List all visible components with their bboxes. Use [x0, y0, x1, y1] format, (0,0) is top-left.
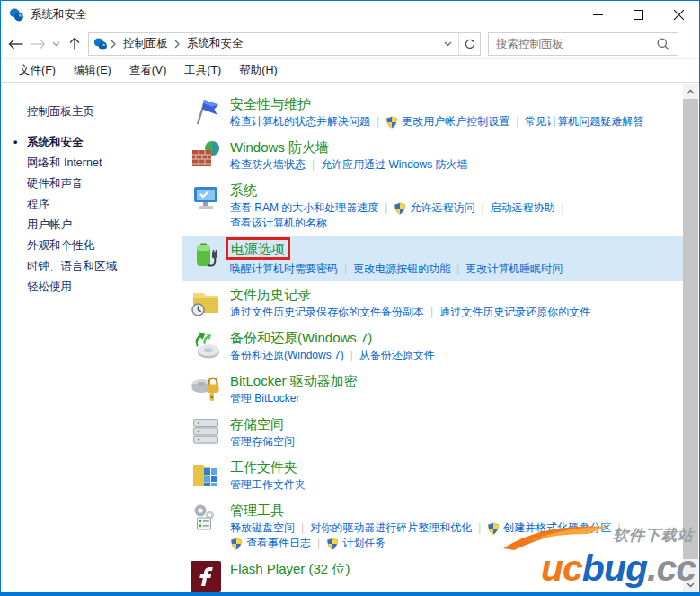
search-icon[interactable] — [656, 37, 670, 51]
task-link-label: 管理存储空间 — [230, 434, 295, 449]
menu-item-0[interactable]: 文件(F) — [10, 63, 65, 78]
back-button[interactable] — [4, 32, 27, 56]
sidebar-item-网络和 Internet[interactable]: 网络和 Internet — [27, 153, 182, 173]
breadcrumb-item[interactable]: 系统和安全 — [183, 36, 247, 51]
task-link[interactable]: 查看事件日志 — [230, 536, 311, 551]
link-separator: | — [377, 114, 379, 129]
task-link-label: 对你的驱动器进行碎片整理和优化 — [310, 520, 472, 536]
category-links: 查看 RAM 的大小和处理器速度|允许远程访问|启动远程协助|查看该计算机的名称 — [230, 200, 679, 231]
task-link[interactable]: 通过文件历史记录保存你的文件备份副本 — [230, 305, 424, 320]
task-link[interactable]: 常见计算机问题疑难解答 — [525, 114, 643, 129]
category-title-link[interactable]: 工作文件夹 — [230, 458, 297, 476]
task-link[interactable]: 启动远程协助 — [491, 200, 555, 216]
task-link-label: 检查计算机的状态并解决问题 — [230, 114, 370, 129]
task-link[interactable]: 管理存储空间 — [230, 434, 295, 449]
scroll-up-icon[interactable] — [683, 84, 698, 99]
menu-item-1[interactable]: 编辑(E) — [65, 63, 120, 78]
task-link[interactable]: 创建并格式化硬盘分区 — [487, 520, 611, 536]
menu-item-3[interactable]: 工具(T) — [175, 63, 230, 78]
search-box[interactable] — [488, 32, 678, 56]
menu-item-4[interactable]: 帮助(H) — [230, 63, 286, 78]
category-links: 管理存储空间 — [230, 434, 679, 449]
link-separator: | — [430, 305, 433, 320]
chevron-right-icon — [110, 40, 118, 49]
task-link-label: 常见计算机问题疑难解答 — [525, 114, 643, 129]
bitlocker-icon — [191, 373, 221, 404]
category-title-link[interactable]: 存储空间 — [230, 415, 284, 432]
task-link[interactable]: 允许远程访问 — [394, 200, 474, 216]
task-link[interactable]: 查看 RAM 的大小和处理器速度 — [230, 200, 378, 216]
breadcrumb-item[interactable]: 控制面板 — [120, 36, 172, 51]
task-link[interactable]: 备份和还原(Windows 7) — [230, 348, 344, 363]
sidebar-item-时钟、语言和区域[interactable]: 时钟、语言和区域 — [27, 256, 182, 277]
sidebar-item-active-系统和安全[interactable]: 系统和安全 — [27, 132, 182, 153]
scroll-down-icon[interactable] — [683, 577, 698, 592]
task-link[interactable]: 更改计算机睡眠时间 — [465, 262, 563, 277]
storage-spaces-icon — [191, 416, 221, 447]
forward-button[interactable] — [27, 32, 49, 56]
link-separator: | — [456, 262, 459, 277]
category-title-link[interactable]: Flash Player (32 位) — [230, 560, 350, 577]
sidebar-item-硬件和声音[interactable]: 硬件和声音 — [27, 173, 182, 194]
task-link[interactable]: 管理 BitLocker — [230, 391, 299, 406]
maximize-button[interactable] — [618, 1, 659, 29]
sidebar-item-轻松使用[interactable]: 轻松使用 — [27, 277, 182, 298]
link-separator: | — [478, 520, 481, 536]
task-link[interactable]: 允许应用通过 Windows 防火墙 — [321, 157, 467, 173]
task-link-label: 通过文件历史记录保存你的文件备份副本 — [230, 305, 424, 320]
vertical-scrollbar[interactable] — [683, 84, 698, 592]
category-links: 检查防火墙状态|允许应用通过 Windows 防火墙 — [230, 157, 679, 173]
main-pane: 安全性与维护 检查计算机的状态并解决问题|更改用户帐户控制设置|常见计算机问题疑… — [182, 84, 683, 592]
address-bar[interactable]: 控制面板系统和安全 — [88, 32, 481, 56]
task-link[interactable]: 更改用户帐户控制设置 — [385, 114, 509, 129]
task-link[interactable]: 唤醒计算机时需要密码 — [230, 262, 338, 277]
category-title-link[interactable]: BitLocker 驱动器加密 — [230, 372, 358, 389]
address-dropdown-chevron-icon[interactable] — [438, 33, 458, 55]
close-button[interactable] — [659, 1, 699, 29]
sidebar: 控制面板主页系统和安全网络和 Internet硬件和声音程序用户帐户外观和个性化… — [2, 84, 182, 592]
task-link[interactable]: 对你的驱动器进行碎片整理和优化 — [310, 520, 472, 536]
sidebar-item-控制面板主页[interactable]: 控制面板主页 — [27, 102, 182, 122]
task-link-label: 更改计算机睡眠时间 — [465, 262, 563, 277]
task-link-label: 创建并格式化硬盘分区 — [503, 520, 611, 536]
task-link[interactable]: 检查防火墙状态 — [230, 157, 306, 173]
flag-icon — [191, 96, 221, 127]
category-title-link[interactable]: 备份和还原(Windows 7) — [230, 329, 372, 346]
category-title-link[interactable]: 管理工具 — [230, 502, 284, 519]
category-title-link-annotated[interactable]: 电源选项 — [226, 237, 290, 260]
search-input[interactable] — [489, 38, 652, 50]
task-link[interactable]: 释放磁盘空间 — [230, 520, 295, 536]
task-link-label: 备份和还原(Windows 7) — [230, 348, 344, 363]
category-links: 通过文件历史记录保存你的文件备份副本|通过文件历史记录还原你的文件 — [230, 305, 679, 320]
task-link[interactable]: 检查计算机的状态并解决问题 — [230, 114, 370, 129]
scrollbar-thumb[interactable] — [683, 99, 698, 559]
task-link[interactable]: 更改电源按钮的功能 — [353, 262, 450, 277]
system-icon — [191, 182, 221, 213]
sidebar-item-用户帐户[interactable]: 用户帐户 — [27, 215, 182, 236]
control-panel-window: 系统和安全 — [0, 0, 700, 596]
up-button[interactable] — [63, 32, 85, 56]
category-section: Windows 防火墙 检查防火墙状态|允许应用通过 Windows 防火墙 — [182, 134, 683, 177]
minimize-button[interactable] — [578, 1, 618, 29]
category-title-link[interactable]: 系统 — [230, 182, 257, 199]
menu-item-2[interactable]: 查看(V) — [120, 63, 176, 78]
task-link[interactable]: 查看该计算机的名称 — [230, 216, 327, 231]
category-title-link[interactable]: 文件历史记录 — [230, 286, 311, 303]
recent-pages-chevron-icon[interactable] — [49, 32, 63, 56]
task-link-label: 管理工作文件夹 — [230, 477, 306, 493]
uac-shield-icon — [487, 522, 500, 535]
window-bottom-border — [1, 592, 699, 595]
refresh-icon[interactable] — [459, 33, 480, 55]
category-section: 管理工具 释放磁盘空间|对你的驱动器进行碎片整理和优化|创建并格式化硬盘分区|查… — [182, 497, 683, 556]
category-title-link[interactable]: 安全性与维护 — [230, 95, 311, 112]
task-link-label: 检查防火墙状态 — [230, 157, 306, 173]
task-link[interactable]: 从备份还原文件 — [359, 348, 435, 363]
menu-bar: 文件(F)编辑(E)查看(V)工具(T)帮助(H) — [1, 59, 699, 83]
sidebar-item-外观和个性化[interactable]: 外观和个性化 — [27, 236, 182, 256]
task-link[interactable]: 通过文件历史记录还原你的文件 — [439, 305, 590, 320]
category-title-link[interactable]: Windows 防火墙 — [230, 138, 329, 156]
sidebar-item-程序[interactable]: 程序 — [27, 194, 182, 215]
task-link[interactable]: 计划任务 — [326, 536, 385, 551]
link-separator: | — [317, 536, 320, 551]
task-link[interactable]: 管理工作文件夹 — [230, 477, 306, 493]
